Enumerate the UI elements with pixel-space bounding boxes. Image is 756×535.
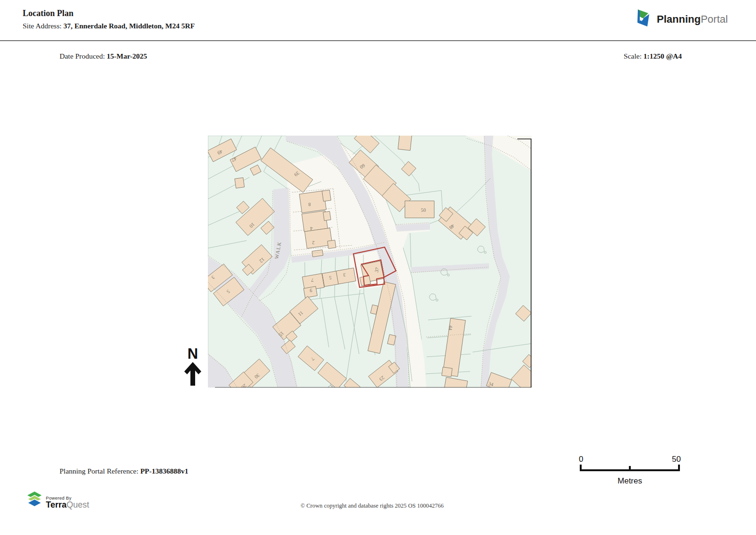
building: [398, 136, 412, 150]
logo-text-light: Portal: [701, 13, 728, 25]
scale-bar-graphic: [579, 465, 681, 473]
house-number-label: 7: [311, 277, 313, 283]
location-plan-map: 494739101235842WALK795311153026713233760…: [208, 136, 532, 388]
house-number-label: 9: [309, 288, 312, 293]
house-number-label: 2: [312, 240, 314, 245]
map-canvas: 494739101235842WALK795311153026713233760…: [208, 136, 532, 388]
building: [327, 240, 336, 249]
scale-bar: 0 50 Metres: [579, 455, 681, 486]
logo-text-bold: Planning: [657, 13, 701, 25]
scale-label: Scale:: [624, 52, 644, 60]
building: [323, 211, 331, 221]
scale-bar-unit: Metres: [579, 476, 681, 486]
planning-portal-wordmark: PlanningPortal: [657, 13, 728, 26]
site-address-label: Site Address:: [23, 22, 63, 30]
building: [360, 276, 370, 286]
building: [322, 190, 331, 201]
north-arrow-icon: [182, 379, 203, 387]
terraquest-logo: Powered By TerraQuest: [27, 492, 89, 509]
tq-text-light: Quest: [67, 500, 89, 509]
copyright-notice: © Crown copyright and database rights 20…: [210, 502, 534, 509]
page-title: Location Plan: [23, 9, 74, 18]
header-divider: [0, 40, 756, 41]
building: [235, 178, 245, 188]
north-label: N: [182, 346, 203, 361]
planning-portal-logo: PlanningPortal: [633, 9, 728, 30]
scale-bar-end: 50: [672, 455, 681, 464]
planning-portal-reference: Planning Portal Reference: PP-13836888v1: [60, 467, 189, 475]
date-label: Date Produced:: [60, 52, 107, 60]
terraquest-wordmark: Powered By TerraQuest: [46, 496, 89, 509]
house-number-label: 5: [329, 275, 331, 280]
building: [442, 367, 452, 377]
map-scale: Scale: 1:1250 @A4: [624, 52, 682, 60]
site-address: Site Address: 37, Ennerdale Road, Middle…: [23, 22, 195, 30]
north-indicator: N: [182, 346, 203, 390]
scale-value: 1:1250 @A4: [644, 52, 682, 60]
house-number-label: 8: [308, 202, 310, 207]
reference-value: PP-13836888v1: [140, 467, 189, 475]
building: [405, 201, 434, 218]
tq-text-bold: Terra: [46, 500, 67, 509]
date-value: 15-Mar-2025: [107, 52, 147, 60]
building: [312, 250, 323, 257]
date-produced: Date Produced: 15-Mar-2025: [60, 52, 147, 60]
reference-label: Planning Portal Reference:: [60, 467, 140, 475]
planning-portal-icon: [633, 9, 653, 30]
scale-bar-start: 0: [579, 455, 583, 464]
house-number-label: 50: [421, 207, 426, 213]
site-address-value: 37, Ennerdale Road, Middleton, M24 5RF: [63, 22, 195, 30]
house-number-label: 4: [310, 226, 313, 231]
location-plan-page: Location Plan Site Address: 37, Ennerdal…: [0, 0, 756, 535]
house-number-label: 3: [343, 272, 345, 277]
terraquest-icon: [27, 492, 42, 509]
